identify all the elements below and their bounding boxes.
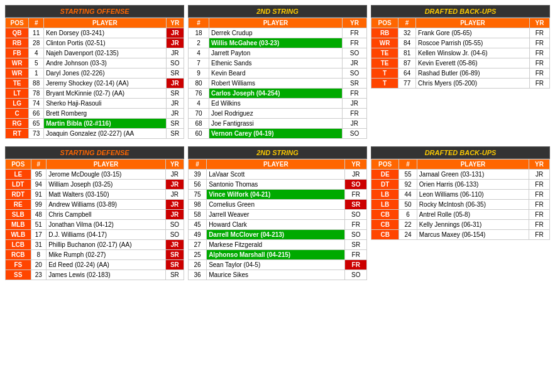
num-cell: 66 (29, 109, 44, 119)
table-row: RB32Frank Gore (05-65)FR (371, 28, 550, 38)
pos-cell: RDT (6, 190, 31, 200)
yr-cell: JR (165, 210, 184, 220)
num-cell: 6 (399, 210, 417, 220)
yr-cell: JR (166, 48, 184, 58)
yr-cell: FR (529, 210, 550, 220)
num-cell: 44 (399, 190, 417, 200)
table-row: RG65Martin Bibla (02-#116)SR (6, 119, 184, 129)
num-cell: 4 (29, 48, 44, 58)
def-start-pos-header: POS (6, 160, 31, 170)
table-row: 70Joel RodriguezFR (189, 109, 367, 119)
player-cell: Joaquin Gonzalez (02-227) (AA (44, 129, 166, 139)
table-row: 76Carlos Joseph (04-254)FR (189, 89, 367, 99)
pos-cell: RB (371, 28, 398, 38)
num-cell: 76 (189, 89, 209, 99)
starting-defense-title: STARTING DEFENSE (5, 146, 184, 159)
pos-cell: LDT (6, 180, 31, 190)
pos-cell: LT (6, 89, 29, 99)
player-cell: Daryl Jones (02-226) (44, 68, 166, 79)
yr-cell: SR (165, 250, 184, 260)
drafted-offense-block: DRAFTED BACK-UPS POS # PLAYER YR RB32Fra… (371, 5, 550, 139)
player-cell: Jarrett Payton (209, 48, 342, 58)
table-row: 2Willis McGahee (03-23)FR (189, 38, 367, 48)
yr-cell: FR (529, 190, 550, 200)
yr-cell: JR (165, 240, 184, 250)
player-cell: Ethenic Sands (209, 58, 342, 68)
player-cell: Santonio Thomas (207, 180, 345, 190)
player-cell: Marcus Maxey (06-154) (417, 230, 529, 240)
num-cell: 9 (189, 68, 209, 79)
player-cell: Jerome McDougle (03-15) (47, 170, 166, 180)
yr-cell: JR (166, 99, 184, 109)
num-cell: 4 (189, 99, 209, 109)
table-row: RT73Joaquin Gonzalez (02-227) (AASR (6, 129, 184, 139)
player-cell: Martin Bibla (02-#116) (44, 119, 166, 129)
yr-cell: FR (345, 260, 367, 270)
num-cell: 32 (398, 28, 416, 38)
player-cell: Kellen Winslow Jr. (04-6) (416, 48, 530, 58)
table-row: CB24Marcus Maxey (06-154)FR (371, 230, 550, 240)
yr-cell: JR (166, 28, 184, 38)
table-row: 58Jarrell WeaverSO (189, 210, 367, 220)
player-cell: LaVaar Scott (207, 170, 345, 180)
num-cell: 2 (189, 38, 209, 48)
yr-cell: FR (342, 38, 366, 48)
num-cell: 31 (31, 240, 47, 250)
yr-cell: SO (345, 230, 367, 240)
table-row: RE99Andrew Williams (03-89)JR (6, 200, 184, 210)
table-row: WR1Daryl Jones (02-226)SR (6, 68, 184, 79)
second-offense-title: 2ND STRING (188, 5, 367, 18)
yr-cell: FR (529, 58, 549, 68)
table-row: 25Alphonso Marshall (04-215)FR (189, 250, 367, 260)
table-row: SS23James Lewis (02-183)SR (6, 270, 184, 280)
drafted-offense-title: DRAFTED BACK-UPS (371, 5, 550, 18)
yr-cell: SO (342, 68, 366, 79)
yr-cell: JR (529, 170, 550, 180)
num-cell: 23 (31, 270, 47, 280)
yr-cell: JR (166, 79, 184, 89)
pos-cell: RB (6, 38, 29, 48)
num-cell: 55 (399, 170, 417, 180)
pos-cell: WR (6, 68, 29, 79)
table-row: DT92Orien Harris (06-133)FR (371, 180, 550, 190)
player-cell: Najeh Davenport (02-135) (44, 48, 166, 58)
second-defense-title: 2ND STRING (188, 146, 367, 159)
yr-cell: SR (345, 200, 367, 210)
yr-cell: SR (166, 119, 184, 129)
pos-cell: LB (371, 190, 399, 200)
pos-cell: CB (371, 220, 399, 230)
num-cell: 88 (29, 79, 44, 89)
pos-cell: LCB (6, 240, 31, 250)
pos-cell: CB (371, 210, 399, 220)
num-cell: 60 (189, 129, 209, 139)
player-cell: Andrew Williams (03-89) (47, 200, 166, 210)
def-2nd-num-header: # (189, 160, 207, 170)
num-cell: 95 (31, 170, 47, 180)
yr-cell: JR (165, 200, 184, 210)
yr-cell: JR (165, 170, 184, 180)
table-row: RCB8Mike Rumph (02-27)SR (6, 250, 184, 260)
yr-cell: JR (166, 109, 184, 119)
def-draft-player-header: PLAYER (417, 160, 529, 170)
table-row: CB6Antrel Rolle (05-8)FR (371, 210, 550, 220)
drafted-defense-table: POS # PLAYER YR DE55Jamaal Green (03-131… (371, 159, 550, 240)
def-draft-pos-header: POS (371, 160, 399, 170)
yr-cell: FR (342, 109, 366, 119)
table-row: 4Ed WilkinsJR (189, 99, 367, 109)
num-cell: 18 (189, 28, 209, 38)
drafted-offense-table: POS # PLAYER YR RB32Frank Gore (05-65)FR… (371, 18, 550, 89)
table-row: 4Jarrett PaytonSO (189, 48, 367, 58)
pos-cell: LG (6, 99, 29, 109)
table-row: RB28Clinton Portis (02-51)JR (6, 38, 184, 48)
player-cell: James Lewis (02-183) (47, 270, 166, 280)
pos-cell: T (371, 68, 398, 79)
yr-cell: SR (165, 270, 184, 280)
num-cell: 51 (31, 220, 47, 230)
def-draft-yr-header: YR (529, 160, 550, 170)
yr-cell: JR (166, 38, 184, 48)
player-cell: Roscoe Parrish (05-55) (416, 38, 530, 48)
table-row: 68Joe FantigrassiJR (189, 119, 367, 129)
player-cell: Chris Campbell (47, 210, 166, 220)
num-cell: 64 (398, 68, 416, 79)
num-cell: 17 (31, 230, 47, 240)
